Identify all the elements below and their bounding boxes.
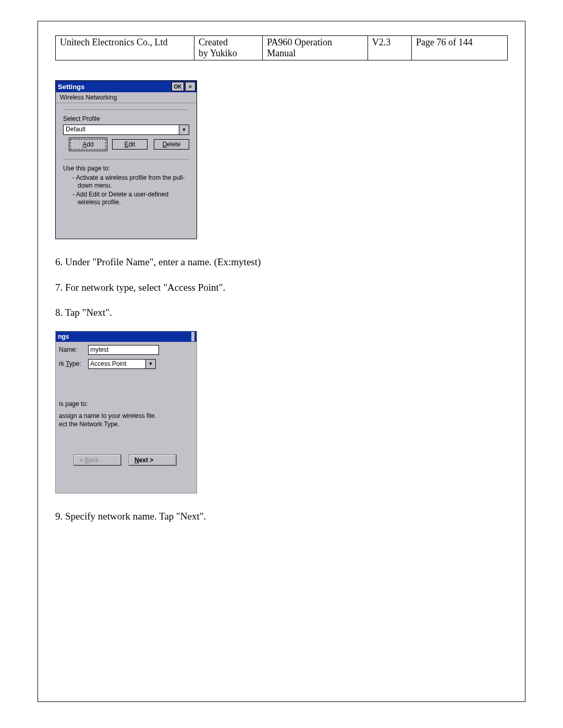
document-header: Unitech Electronics Co., Ltd Created by …: [55, 35, 508, 60]
header-manual: PA960 Operation Manual: [263, 36, 368, 60]
ok-button[interactable]: OK: [172, 82, 184, 91]
step-8: 8. Tap "Next".: [55, 305, 508, 320]
edit-button[interactable]: Edit: [112, 139, 148, 150]
step-7: 7. For network type, select "Access Poin…: [55, 280, 508, 295]
close-button[interactable]: ×: [185, 82, 195, 91]
select-profile-label: Select Profile: [63, 115, 189, 122]
network-type-select[interactable]: Access Point ▼: [88, 359, 156, 369]
settings-dialog-screenshot: Settings OK × Wireless Networking Select…: [55, 80, 197, 239]
header-created: Created by Yukiko: [194, 36, 262, 60]
help-item: - Add Edit or Delete a user-defined wire…: [72, 191, 189, 206]
titlebar: Settings OK ×: [56, 81, 197, 92]
help-text: is page to: assign a name to your wirele…: [59, 400, 191, 429]
back-button: < Back: [74, 454, 121, 466]
next-button[interactable]: Next >: [129, 454, 177, 466]
window-title-fragment: ngs: [58, 333, 69, 340]
tab-wireless-networking[interactable]: Wireless Networking: [56, 92, 197, 103]
network-type-value[interactable]: Access Point: [88, 359, 146, 369]
add-button[interactable]: Add: [70, 139, 106, 150]
help-title: Use this page to:: [63, 165, 189, 172]
step-9: 9. Specify network name. Tap "Next".: [55, 509, 508, 524]
profile-wizard-screenshot: ngs Name: mytest rk Type: Access Point ▼…: [55, 331, 197, 493]
titlebar-edge: [191, 332, 194, 341]
help-list: - Activate a wireless profile from the p…: [63, 174, 189, 206]
header-company: Unitech Electronics Co., Ltd: [56, 36, 194, 60]
divider: [63, 109, 189, 110]
dropdown-arrow-icon[interactable]: ▼: [179, 125, 189, 135]
divider: [63, 159, 189, 159]
dropdown-arrow-icon[interactable]: ▼: [146, 359, 156, 369]
header-page: Page 76 of 144: [412, 36, 508, 60]
name-label: Name:: [59, 346, 88, 353]
titlebar: ngs: [56, 331, 197, 342]
profile-select-value[interactable]: Default: [63, 125, 179, 135]
profile-select[interactable]: Default ▼: [63, 125, 189, 135]
header-version: V2.3: [368, 36, 411, 60]
step-6: 6. Under "Profile Name", enter a name. (…: [55, 255, 508, 270]
profile-name-input[interactable]: mytest: [88, 345, 159, 355]
delete-button[interactable]: Delete: [154, 139, 189, 150]
help-item: - Activate a wireless profile from the p…: [72, 174, 189, 190]
window-title: Settings: [58, 83, 84, 91]
network-type-label: rk Type:: [59, 360, 88, 367]
